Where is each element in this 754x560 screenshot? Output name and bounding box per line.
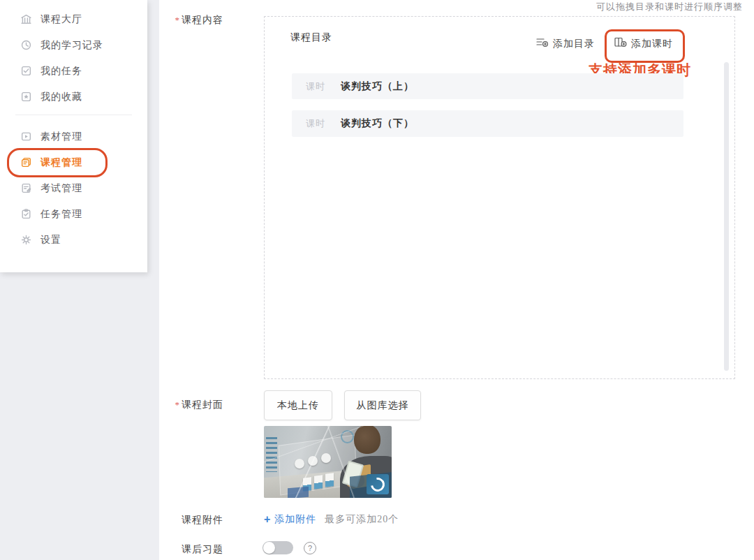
help-icon[interactable]: ? [304, 542, 316, 554]
panel-scrollbar[interactable] [724, 62, 729, 371]
field-label-course-cover: *课程封面 [161, 399, 223, 411]
lesson-tag: 课时 [306, 80, 325, 93]
sidebar-item-task-management[interactable]: 任务管理 [0, 201, 147, 227]
lesson-tag: 课时 [306, 117, 325, 130]
required-asterisk: * [175, 399, 181, 410]
sidebar: 课程大厅 我的学习记录 我的任务 我的收藏 [0, 0, 147, 272]
sidebar-item-my-favorites[interactable]: 我的收藏 [0, 84, 147, 110]
sidebar-item-label: 课程大厅 [40, 13, 82, 26]
sidebar-item-course-management[interactable]: 课程管理 [0, 149, 147, 175]
sidebar-item-exam-management[interactable]: 考试管理 [0, 175, 147, 201]
add-lesson-button[interactable]: 添加课时 [614, 37, 673, 50]
collect-star-icon [20, 91, 32, 103]
page-background: 课程大厅 我的学习记录 我的任务 我的收藏 [0, 0, 754, 560]
media-icon [20, 131, 32, 143]
sidebar-item-label: 我的学习记录 [40, 39, 103, 52]
sidebar-item-label: 课程管理 [40, 156, 82, 169]
field-label-course-content: *课程内容 [161, 14, 223, 27]
add-catalog-icon [536, 37, 549, 50]
sidebar-item-label: 我的任务 [40, 65, 82, 78]
attachment-row: + 添加附件 最多可添加20个 [264, 513, 399, 526]
plus-icon: + [264, 513, 270, 526]
sidebar-divider [15, 115, 132, 115]
add-lesson-label: 添加课时 [631, 38, 673, 50]
gear-icon [20, 234, 32, 246]
course-cover-image [264, 426, 392, 498]
panel-title: 课程目录 [290, 31, 332, 44]
exercise-toggle[interactable] [263, 541, 293, 554]
field-label-exercise: 课后习题 [161, 543, 223, 556]
sidebar-nav: 课程大厅 我的学习记录 我的任务 我的收藏 [0, 0, 147, 253]
attachment-limit-hint: 最多可添加20个 [325, 513, 399, 526]
add-catalog-button[interactable]: 添加目录 [536, 37, 595, 50]
sidebar-item-label: 设置 [40, 234, 61, 246]
sidebar-item-learning-records[interactable]: 我的学习记录 [0, 32, 147, 58]
clock-icon [20, 39, 32, 52]
sidebar-item-my-tasks[interactable]: 我的任务 [0, 58, 147, 84]
sidebar-item-label: 素材管理 [40, 131, 82, 143]
toggle-knob [263, 542, 275, 554]
add-attachment-link[interactable]: 添加附件 [274, 513, 316, 526]
course-content-panel: 课程目录 添加目录 添加课时 支持添加多课时 课时 谈判技巧（上） 课时 [264, 16, 735, 379]
add-lesson-icon [614, 37, 627, 50]
sidebar-item-material-management[interactable]: 素材管理 [0, 124, 147, 149]
sidebar-item-settings[interactable]: 设置 [0, 227, 147, 253]
lesson-row[interactable]: 课时 谈判技巧（上） [292, 73, 683, 99]
sidebar-item-label: 任务管理 [40, 208, 82, 221]
sidebar-item-label: 我的收藏 [40, 91, 82, 103]
cover-wireframe-lines [264, 426, 392, 498]
bank-icon [20, 13, 32, 26]
task-check-icon [20, 65, 32, 78]
from-gallery-button[interactable]: 从图库选择 [344, 390, 421, 420]
drag-hint-text: 可以拖拽目录和课时进行顺序调整 [596, 1, 743, 13]
required-asterisk: * [175, 15, 181, 25]
lesson-title: 谈判技巧（上） [341, 80, 414, 93]
add-catalog-label: 添加目录 [553, 38, 595, 50]
exam-edit-icon [20, 182, 32, 195]
main-panel: 可以拖拽目录和课时进行顺序调整 *课程内容 课程目录 添加目录 添加课时 支持添… [159, 0, 754, 560]
sidebar-item-course-hall[interactable]: 课程大厅 [0, 6, 147, 32]
field-label-attachment: 课程附件 [161, 514, 223, 526]
sidebar-item-label: 考试管理 [40, 182, 82, 195]
upload-local-button[interactable]: 本地上传 [264, 390, 332, 420]
lesson-title: 谈判技巧（下） [341, 117, 414, 130]
lesson-row[interactable]: 课时 谈判技巧（下） [292, 110, 683, 137]
course-books-icon [20, 156, 32, 169]
task-clipboard-icon [20, 208, 32, 221]
